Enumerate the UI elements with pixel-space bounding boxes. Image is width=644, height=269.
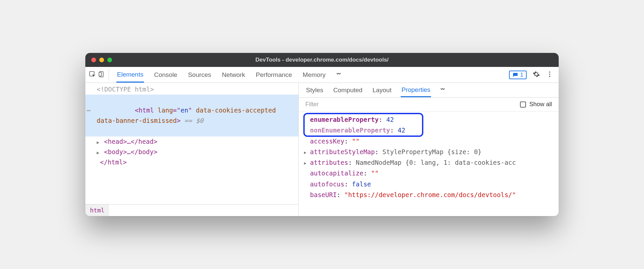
- filter-bar: Show all: [299, 98, 559, 112]
- tab-console[interactable]: Console: [153, 68, 178, 82]
- property-row[interactable]: autocapitalize: "": [305, 168, 559, 178]
- expand-icon[interactable]: ▶: [304, 149, 306, 156]
- property-key: accessKey: [310, 137, 344, 145]
- tab-properties[interactable]: Properties: [401, 84, 431, 97]
- filter-input[interactable]: [305, 101, 520, 108]
- property-value: false: [352, 180, 371, 188]
- dom-head-element[interactable]: ▶<head>…</head>: [85, 136, 298, 147]
- tab-performance[interactable]: Performance: [255, 68, 293, 82]
- svg-point-3: [549, 71, 550, 73]
- property-key: nonEnumerableProperty: [310, 127, 390, 134]
- dom-html-close: </html>: [85, 157, 298, 167]
- kebab-menu-icon[interactable]: [546, 71, 553, 79]
- sidebar-pane: Styles Computed Layout Properties Show a…: [299, 83, 559, 216]
- expand-icon[interactable]: ▶: [304, 160, 306, 166]
- zoom-icon[interactable]: [107, 58, 112, 62]
- expand-icon[interactable]: ▶: [97, 149, 99, 156]
- property-key: baseURI: [310, 191, 337, 198]
- property-row[interactable]: accessKey: "": [305, 136, 559, 146]
- property-key: attributeStyleMap: [310, 148, 375, 155]
- dom-html-element[interactable]: ⋯<html lang="en" data-cookies-accepted d…: [85, 95, 298, 136]
- checkbox-icon[interactable]: [520, 102, 526, 108]
- main-toolbar: Elements Console Sources Network Perform…: [85, 67, 559, 83]
- property-key: autofocus: [310, 180, 344, 188]
- property-value: 42: [398, 127, 405, 134]
- inspect-icon[interactable]: [89, 71, 96, 79]
- dom-doctype: <!DOCTYPE html>: [97, 86, 154, 93]
- property-key: enumerableProperty: [310, 116, 379, 123]
- dom-tree[interactable]: <!DOCTYPE html> ⋯<html lang="en" data-co…: [85, 83, 298, 204]
- messages-count: 1: [520, 72, 523, 78]
- property-value: 42: [386, 116, 394, 123]
- property-value: "": [352, 137, 360, 145]
- window-title: DevTools - developer.chrome.com/docs/dev…: [85, 57, 559, 63]
- titlebar: DevTools - developer.chrome.com/docs/dev…: [85, 53, 559, 67]
- show-all-label: Show all: [529, 101, 552, 108]
- property-row[interactable]: ▶attributeStyleMap: StylePropertyMap {si…: [305, 146, 559, 157]
- messages-badge[interactable]: 1: [509, 71, 527, 79]
- devtools-window: DevTools - developer.chrome.com/docs/dev…: [85, 53, 559, 216]
- svg-point-4: [549, 74, 550, 75]
- property-row[interactable]: autofocus: false: [305, 179, 559, 189]
- show-all-toggle[interactable]: Show all: [520, 101, 552, 108]
- device-toggle-icon[interactable]: [98, 71, 105, 79]
- tab-sources[interactable]: Sources: [187, 68, 212, 82]
- svg-rect-2: [99, 72, 101, 76]
- more-tabs-icon[interactable]: [336, 71, 342, 79]
- svg-point-5: [549, 76, 550, 77]
- tab-network[interactable]: Network: [221, 68, 246, 82]
- property-key: attributes: [310, 159, 348, 166]
- panel-tabs: Elements Console Sources Network Perform…: [109, 68, 509, 82]
- close-icon[interactable]: [91, 58, 96, 62]
- property-value: "https://developer.chrome.com/docs/devto…: [344, 191, 516, 198]
- property-row[interactable]: nonEnumerableProperty: 42: [305, 125, 559, 135]
- settings-icon[interactable]: [533, 71, 540, 79]
- tab-styles[interactable]: Styles: [305, 84, 324, 97]
- property-row[interactable]: baseURI: "https://developer.chrome.com/d…: [305, 189, 559, 200]
- ellipsis-icon: ⋯: [87, 105, 90, 116]
- crumb-html[interactable]: html: [85, 204, 109, 216]
- dom-body-element[interactable]: ▶<body>…</body>: [85, 147, 298, 157]
- breadcrumb: html: [85, 204, 298, 216]
- tab-memory[interactable]: Memory: [302, 68, 326, 82]
- window-controls: [91, 58, 112, 62]
- sidebar-tabs: Styles Computed Layout Properties: [299, 83, 559, 98]
- property-row[interactable]: ▶attributes: NamedNodeMap {0: lang, 1: d…: [305, 157, 559, 168]
- tab-layout[interactable]: Layout: [372, 84, 392, 97]
- property-value: NamedNodeMap {0: lang, 1: data-cookies-a…: [356, 159, 516, 166]
- more-subtabs-icon[interactable]: [440, 86, 446, 94]
- property-value: StylePropertyMap {size: 0}: [382, 148, 481, 155]
- property-key: autocapitalize: [310, 169, 363, 177]
- property-value: "": [371, 169, 379, 177]
- elements-pane: <!DOCTYPE html> ⋯<html lang="en" data-co…: [85, 83, 299, 216]
- properties-list[interactable]: enumerableProperty: 42nonEnumerablePrope…: [299, 112, 559, 216]
- property-row[interactable]: enumerableProperty: 42: [305, 114, 559, 125]
- minimize-icon[interactable]: [99, 58, 104, 62]
- tab-computed[interactable]: Computed: [333, 84, 363, 97]
- expand-icon[interactable]: ▶: [97, 139, 99, 146]
- tab-elements[interactable]: Elements: [116, 68, 144, 83]
- content-area: <!DOCTYPE html> ⋯<html lang="en" data-co…: [85, 83, 559, 216]
